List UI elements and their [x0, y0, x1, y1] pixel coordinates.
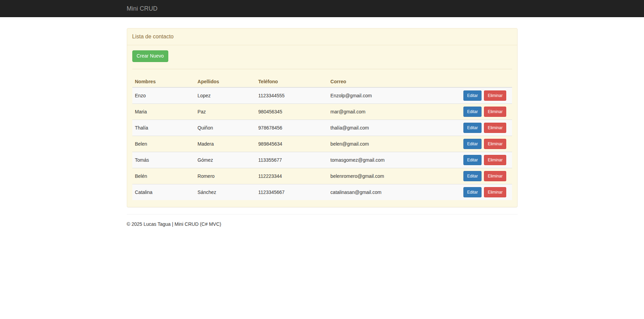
header-correo: Correo [328, 76, 461, 87]
delete-button[interactable]: Eliminar [484, 171, 506, 181]
panel-title: Lista de contacto [132, 34, 174, 39]
contact-table-head: Nombres Apellidos Teléfono Correo [132, 76, 512, 87]
table-row: Thalía Quiñon 978678456 thalía@gmail.com… [132, 120, 512, 136]
cell-correo: belen@gmail.com [328, 136, 461, 152]
cell-correo: Enzolp@gmail.com [328, 87, 461, 104]
cell-apellidos: Madera [195, 136, 255, 152]
delete-button[interactable]: Eliminar [484, 123, 506, 133]
header-actions [461, 76, 512, 87]
cell-telefono: 1123345667 [256, 184, 328, 200]
delete-button[interactable]: Eliminar [484, 187, 506, 197]
cell-nombres: Enzo [132, 87, 195, 104]
cell-actions: Editar Eliminar [461, 136, 512, 152]
cell-apellidos: Lopez [195, 87, 255, 104]
cell-apellidos: Paz [195, 103, 255, 120]
edit-button[interactable]: Editar [463, 90, 482, 101]
cell-nombres: Catalina [132, 184, 195, 200]
header-apellidos: Apellidos [195, 76, 255, 87]
cell-actions: Editar Eliminar [461, 184, 512, 200]
delete-button[interactable]: Eliminar [484, 155, 506, 165]
cell-apellidos: Sánchez [195, 184, 255, 200]
cell-correo: mar@gmail.com [328, 103, 461, 120]
contact-table-body: Enzo Lopez 1123344555 Enzolp@gmail.com E… [132, 87, 512, 200]
cell-actions: Editar Eliminar [461, 152, 512, 168]
table-row: Catalina Sánchez 1123345667 catalinasan@… [132, 184, 512, 200]
cell-nombres: Tomás [132, 152, 195, 168]
main-container: Lista de contacto Crear Nuevo Nombres Ap… [122, 28, 523, 227]
edit-button[interactable]: Editar [463, 107, 482, 117]
table-row: Enzo Lopez 1123344555 Enzolp@gmail.com E… [132, 87, 512, 104]
cell-correo: tomasgomez@gmail.com [328, 152, 461, 168]
cell-correo: catalinasan@gmail.com [328, 184, 461, 200]
edit-button[interactable]: Editar [463, 171, 482, 181]
delete-button[interactable]: Eliminar [484, 107, 506, 117]
cell-nombres: Belen [132, 136, 195, 152]
cell-telefono: 980456345 [256, 103, 328, 120]
cell-telefono: 112223344 [256, 168, 328, 184]
cell-actions: Editar Eliminar [461, 120, 512, 136]
cell-apellidos: Gómez [195, 152, 255, 168]
footer-text: © 2025 Lucas Tagua | Mini CRUD (C# MVC) [127, 221, 518, 227]
panel-divider [132, 69, 512, 69]
create-new-button[interactable]: Crear Nuevo [132, 50, 168, 62]
edit-button[interactable]: Editar [463, 139, 482, 149]
delete-button[interactable]: Eliminar [484, 139, 506, 149]
edit-button[interactable]: Editar [463, 187, 482, 197]
panel-heading: Lista de contacto [127, 28, 517, 45]
navbar-container: Mini CRUD [122, 0, 523, 17]
cell-actions: Editar Eliminar [461, 87, 512, 104]
cell-nombres: Belén [132, 168, 195, 184]
header-row: Nombres Apellidos Teléfono Correo [132, 76, 512, 87]
cell-actions: Editar Eliminar [461, 168, 512, 184]
table-row: Belen Madera 989845634 belen@gmail.com E… [132, 136, 512, 152]
edit-button[interactable]: Editar [463, 123, 482, 133]
cell-nombres: Maria [132, 103, 195, 120]
navbar-brand[interactable]: Mini CRUD [127, 5, 158, 12]
table-row: Maria Paz 980456345 mar@gmail.com Editar… [132, 103, 512, 120]
cell-nombres: Thalía [132, 120, 195, 136]
header-telefono: Teléfono [256, 76, 328, 87]
footer-divider [127, 214, 518, 214]
cell-telefono: 1123344555 [256, 87, 328, 104]
contact-table: Nombres Apellidos Teléfono Correo Enzo L… [132, 76, 512, 200]
cell-telefono: 978678456 [256, 120, 328, 136]
cell-telefono: 989845634 [256, 136, 328, 152]
cell-apellidos: Romero [195, 168, 255, 184]
footer: © 2025 Lucas Tagua | Mini CRUD (C# MVC) [127, 221, 518, 227]
cell-telefono: 113355677 [256, 152, 328, 168]
header-nombres: Nombres [132, 76, 195, 87]
panel-body: Crear Nuevo Nombres Apellidos Teléfono C… [127, 45, 517, 207]
cell-actions: Editar Eliminar [461, 103, 512, 120]
table-row: Belén Romero 112223344 belenromero@gmail… [132, 168, 512, 184]
cell-correo: thalía@gmail.com [328, 120, 461, 136]
table-row: Tomás Gómez 113355677 tomasgomez@gmail.c… [132, 152, 512, 168]
navbar: Mini CRUD [0, 0, 644, 17]
cell-apellidos: Quiñon [195, 120, 255, 136]
cell-correo: belenromero@gmail.com [328, 168, 461, 184]
contact-panel: Lista de contacto Crear Nuevo Nombres Ap… [127, 28, 518, 207]
edit-button[interactable]: Editar [463, 155, 482, 165]
delete-button[interactable]: Eliminar [484, 90, 506, 101]
